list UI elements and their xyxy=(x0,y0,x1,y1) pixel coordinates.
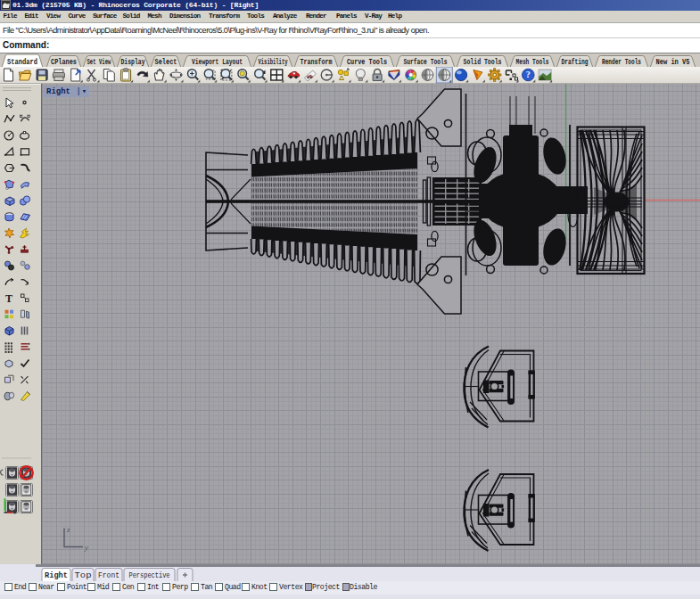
svg-text:y: y xyxy=(84,543,88,552)
svg-text:Standard: Standard xyxy=(7,58,37,67)
svg-text:z: z xyxy=(66,525,70,534)
svg-text:Render Tools: Render Tools xyxy=(602,58,641,67)
svg-text:Transform: Transform xyxy=(301,58,333,67)
svg-text:Viewport Layout: Viewport Layout xyxy=(192,58,243,67)
svg-text:?: ? xyxy=(526,70,531,79)
svg-text:T: T xyxy=(5,292,12,305)
svg-text:Visibility: Visibility xyxy=(259,58,288,67)
svg-text:Select: Select xyxy=(155,58,177,67)
svg-text:Drafting: Drafting xyxy=(562,58,589,67)
svg-text:CPlanes: CPlanes xyxy=(51,58,77,67)
svg-text:Display: Display xyxy=(121,58,145,67)
svg-text:Set View: Set View xyxy=(87,58,112,67)
svg-text:Right: Right xyxy=(45,571,68,580)
svg-text:Mesh Tools: Mesh Tools xyxy=(516,58,549,67)
svg-text:Solid Tools: Solid Tools xyxy=(464,58,502,67)
svg-text:Surface Tools: Surface Tools xyxy=(404,58,448,67)
svg-text:Curve Tools: Curve Tools xyxy=(347,58,387,67)
svg-text:New in V5: New in V5 xyxy=(656,58,690,67)
svg-text:Front: Front xyxy=(98,571,119,580)
svg-text:Perspective: Perspective xyxy=(129,571,170,580)
svg-text:Top: Top xyxy=(75,571,92,580)
